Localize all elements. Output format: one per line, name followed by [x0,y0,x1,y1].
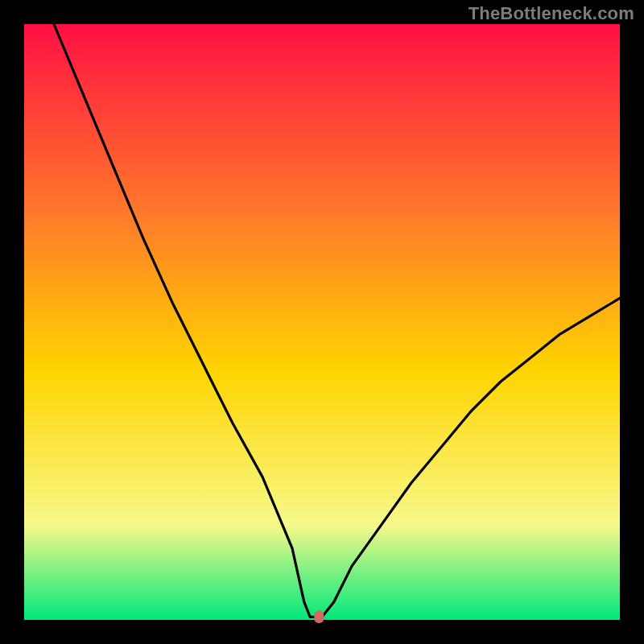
optimal-point-marker [314,610,324,623]
chart-frame: TheBottleneck.com [0,0,644,644]
plot-background [24,24,620,620]
watermark-text: TheBottleneck.com [469,3,634,24]
bottleneck-chart [0,0,644,644]
